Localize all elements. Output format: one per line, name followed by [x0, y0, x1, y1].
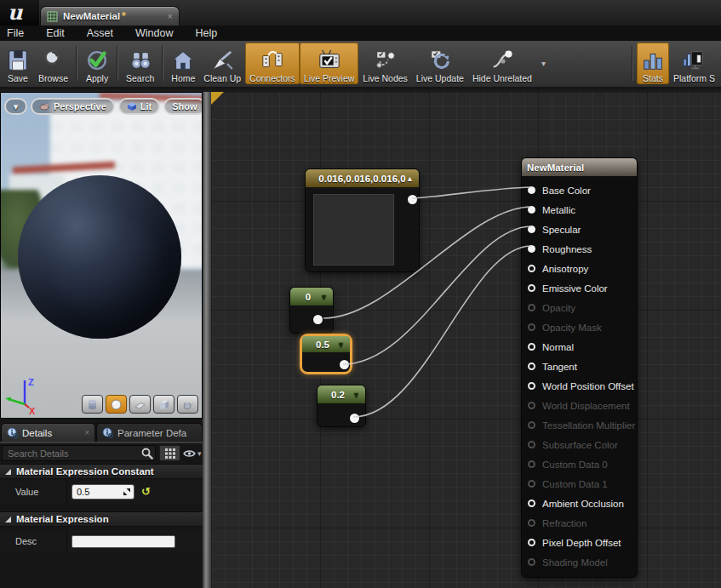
pin-normal[interactable]: Normal: [522, 337, 637, 357]
property-matrix-button[interactable]: [159, 445, 180, 461]
pin-circle-icon[interactable]: [528, 500, 535, 507]
pin-subsurface-color[interactable]: Subsurface Color: [522, 435, 637, 454]
pin-circle-icon[interactable]: [528, 304, 535, 311]
pin-circle-icon[interactable]: [528, 245, 535, 253]
output-pin[interactable]: [350, 414, 359, 423]
pin-tangent[interactable]: Tangent: [522, 357, 637, 376]
pin-refraction[interactable]: Refraction: [522, 513, 637, 533]
constant-node-0-2[interactable]: 0.2 ▼: [317, 385, 366, 427]
desc-input[interactable]: [72, 535, 175, 548]
pin-circle-icon[interactable]: [528, 480, 535, 488]
pin-metallic[interactable]: Metallic: [522, 200, 637, 220]
live-nodes-button[interactable]: Live Nodes: [358, 43, 412, 84]
pin-opacity-mask[interactable]: Opacity Mask: [522, 317, 637, 337]
value-drag-icon[interactable]: [123, 488, 131, 496]
search-details-input[interactable]: [2, 445, 156, 461]
pin-emissive-color[interactable]: Emissive Color: [522, 278, 637, 298]
viewport-options-button[interactable]: ▾: [4, 98, 27, 115]
output-pin[interactable]: [340, 360, 349, 369]
hide-unrelated-button[interactable]: Hide Unrelated: [468, 43, 536, 84]
reset-to-default-icon[interactable]: ↺: [141, 484, 151, 500]
pin-circle-icon[interactable]: [528, 343, 535, 351]
pin-specular[interactable]: Specular: [522, 220, 637, 239]
connectors-button[interactable]: Connectors: [245, 43, 300, 84]
panel-splitter[interactable]: [203, 92, 211, 588]
pin-circle-icon[interactable]: [528, 519, 535, 527]
tab-close-icon[interactable]: ×: [84, 428, 89, 437]
toolbar-overflow-caret[interactable]: ▾: [536, 59, 551, 68]
menu-edit[interactable]: Edit: [46, 27, 65, 39]
collapse-arrow-icon[interactable]: ▼: [352, 391, 360, 399]
live-update-button[interactable]: Live Update: [412, 43, 468, 84]
pin-circle-icon[interactable]: [528, 539, 535, 546]
pin-circle-icon[interactable]: [528, 323, 535, 331]
pin-anisotropy[interactable]: Anisotropy: [522, 259, 637, 278]
pin-circle-icon[interactable]: [528, 225, 535, 233]
view-mode-button[interactable]: Lit: [118, 98, 160, 115]
tab-parameter-defaults[interactable]: Parameter Defa: [96, 423, 203, 442]
pin-circle-icon[interactable]: [528, 558, 535, 566]
constant4vector-node[interactable]: 0.016,0.016,0.016,0 ▲: [305, 168, 420, 272]
expand-triangle-icon[interactable]: [5, 517, 11, 522]
menu-window[interactable]: Window: [135, 27, 173, 39]
constant-node-0[interactable]: 0 ▼: [289, 287, 334, 334]
view-options-button[interactable]: ▾: [183, 445, 203, 461]
wire-basecolor[interactable]: [412, 187, 531, 198]
constant-node-0-5-selected[interactable]: 0.5 ▼: [300, 334, 352, 374]
shape-cube-button[interactable]: [153, 395, 175, 414]
tab-details[interactable]: Details ×: [1, 423, 95, 442]
pin-custom-data-0[interactable]: Custom Data 0: [522, 454, 637, 474]
shape-plane-button[interactable]: [129, 395, 151, 414]
clean-up-button[interactable]: Clean Up: [199, 43, 245, 84]
collapse-arrow-icon[interactable]: ▼: [320, 293, 328, 301]
menu-asset[interactable]: Asset: [87, 27, 113, 39]
section-material-expression[interactable]: Material Expression: [0, 511, 203, 527]
pin-circle-icon[interactable]: [528, 363, 535, 370]
column-divider[interactable]: [66, 481, 67, 503]
collapse-arrow-icon[interactable]: ▼: [337, 340, 345, 349]
platform-stats-button[interactable]: Platform S: [669, 43, 719, 84]
pin-circle-icon[interactable]: [528, 382, 535, 390]
pin-circle-icon[interactable]: [528, 460, 535, 468]
pin-opacity[interactable]: Opacity: [522, 298, 637, 317]
pin-circle-icon[interactable]: [528, 421, 535, 429]
pin-base-color[interactable]: Base Color: [522, 180, 637, 200]
pin-roughness[interactable]: Roughness: [522, 239, 637, 259]
pin-circle-icon[interactable]: [528, 186, 535, 194]
section-material-expression-constant[interactable]: Material Expression Constant: [0, 464, 203, 479]
shape-sphere-button[interactable]: [106, 395, 127, 414]
material-result-node[interactable]: NewMaterial Base Color Metallic Specular…: [521, 157, 638, 578]
home-button[interactable]: Home: [167, 43, 199, 84]
search-button[interactable]: Search: [122, 43, 158, 84]
pin-shading-model[interactable]: Shading Model: [522, 552, 637, 572]
pin-tessellation-multiplier[interactable]: Tessellation Multiplier: [522, 415, 637, 435]
collapse-arrow-icon[interactable]: ▲: [406, 174, 414, 183]
live-preview-button[interactable]: Live Preview: [300, 43, 359, 84]
output-pin[interactable]: [408, 195, 417, 204]
column-divider[interactable]: [66, 530, 67, 552]
pin-ambient-occlusion[interactable]: Ambient Occlusion: [522, 494, 637, 513]
browse-button[interactable]: Browse: [34, 43, 72, 84]
expand-triangle-icon[interactable]: [5, 469, 11, 475]
pin-circle-icon[interactable]: [528, 441, 535, 448]
tab-close-icon[interactable]: ×: [168, 12, 173, 21]
shape-cylinder-button[interactable]: [82, 395, 103, 414]
pin-world-displacement[interactable]: World Displacement: [522, 396, 637, 415]
pin-circle-icon[interactable]: [528, 265, 535, 272]
save-button[interactable]: Save: [2, 43, 34, 84]
stats-button[interactable]: Stats: [637, 43, 669, 84]
pin-circle-icon[interactable]: [528, 206, 535, 214]
apply-button[interactable]: Apply: [81, 43, 113, 84]
menu-help[interactable]: Help: [195, 27, 217, 39]
camera-mode-button[interactable]: Perspective: [31, 98, 115, 115]
asset-tab[interactable]: NewMaterial * ×: [40, 6, 180, 26]
output-pin[interactable]: [313, 315, 323, 324]
show-flags-button[interactable]: Show: [163, 98, 203, 115]
pin-circle-icon[interactable]: [528, 284, 535, 292]
menu-file[interactable]: File: [7, 27, 24, 39]
pin-pixel-depth-offset[interactable]: Pixel Depth Offset: [522, 533, 637, 552]
pin-circle-icon[interactable]: [528, 402, 535, 409]
preview-viewport[interactable]: ▾ Perspective Lit Show: [0, 92, 203, 419]
material-graph-canvas[interactable]: 0.016,0.016,0.016,0 ▲ 0 ▼ 0.5 ▼ 0.2 ▼: [211, 92, 721, 588]
pin-custom-data-1[interactable]: Custom Data 1: [522, 474, 637, 494]
